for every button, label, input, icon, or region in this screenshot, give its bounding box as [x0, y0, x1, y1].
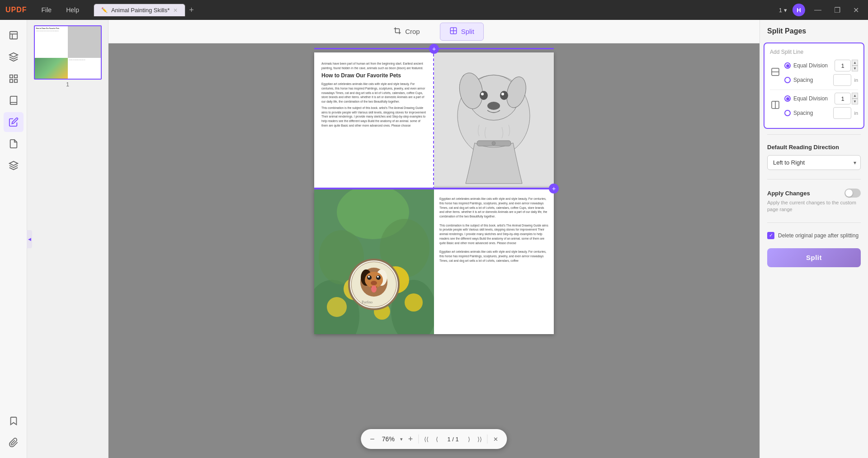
close-window-button[interactable]: ✕ — [849, 4, 863, 16]
svg-point-43 — [377, 276, 379, 278]
top-split-handle[interactable]: + — [429, 44, 439, 54]
equal-division-input-group-1: ▲ ▼ — [835, 60, 858, 71]
tab-area: ✏️ Animal Painting Skills* ✕ + — [94, 4, 194, 16]
sidebar-item-document[interactable] — [4, 25, 24, 45]
equal-division-label-2: Equal Division — [793, 95, 832, 102]
zoom-dropdown-arrow[interactable]: ▾ — [400, 436, 403, 442]
num-spin-up-1[interactable]: ▲ — [852, 60, 858, 66]
split-row-vertical: Equal Division ▲ ▼ Spacing — [770, 93, 858, 119]
crop-button[interactable]: Crop — [384, 23, 429, 40]
minimize-button[interactable]: — — [811, 4, 825, 16]
split-button[interactable]: Split — [440, 23, 484, 41]
svg-point-18 — [481, 93, 484, 95]
split-row-divider — [770, 90, 858, 90]
active-tab[interactable]: ✏️ Animal Painting Skills* ✕ — [94, 4, 185, 16]
sidebar-item-bookmark[interactable] — [4, 411, 24, 431]
sidebar-item-stamp[interactable] — [4, 47, 24, 67]
sidebar-collapse-button[interactable]: ◀ — [27, 230, 32, 248]
equal-division-radio-circle-1[interactable] — [784, 62, 791, 69]
page-container: + Animals have been part of human art fr… — [314, 52, 554, 449]
right-split-handle[interactable]: + — [549, 184, 559, 194]
new-tab-button[interactable]: + — [189, 5, 194, 15]
thumbnail-page-number: 1 — [34, 81, 102, 88]
page-bottom-right-text: Egyptian art celebrates animals like cat… — [439, 197, 548, 263]
add-split-line-label: Add Split Line — [770, 49, 858, 55]
delete-original-row[interactable]: ✓ Delete original page after splitting — [760, 228, 868, 243]
thumbnail-panel: How to Draw Our Favorite Pets Animals ha… — [27, 20, 108, 458]
sidebar-item-paperclip[interactable] — [4, 433, 24, 453]
spacing-label-2: Spacing — [793, 110, 830, 116]
help-nav[interactable]: Help — [62, 5, 83, 15]
sidebar-item-pages[interactable] — [4, 134, 24, 154]
equal-division-radio-2[interactable]: Equal Division ▲ ▼ — [784, 93, 858, 104]
spacing-radio-circle-1[interactable] — [784, 77, 791, 83]
svg-rect-0 — [9, 32, 17, 39]
document-scroll[interactable]: + Animals have been part of human art fr… — [108, 43, 760, 458]
section-separator-1 — [767, 134, 861, 135]
last-page-button[interactable]: ⟩⟩ — [476, 434, 484, 444]
vertical-radio-group: Equal Division ▲ ▼ Spacing — [784, 93, 858, 119]
spacing-unit-2: in — [854, 110, 858, 116]
sidebar-item-edit[interactable] — [4, 112, 24, 132]
user-avatar[interactable]: H — [793, 4, 805, 16]
direction-select[interactable]: Left to Right Right to Left — [767, 155, 861, 170]
horizontal-split-icon — [770, 67, 781, 78]
page-number-display: 1 / 1 — [443, 436, 462, 443]
equal-division-radio-circle-2[interactable] — [784, 95, 791, 102]
delete-original-label: Delete original page after splitting — [778, 232, 859, 239]
dog-sketch-svg — [434, 52, 554, 186]
page-intro-text: Animals have been part of human art from… — [321, 61, 427, 71]
horizontal-split-line[interactable]: + — [314, 188, 554, 189]
num-spin-down-2[interactable]: ▼ — [852, 99, 858, 104]
svg-point-42 — [368, 276, 370, 278]
split-row-horizontal: Equal Division ▲ ▼ Spacing — [770, 60, 858, 86]
vertical-split-line — [433, 54, 435, 189]
spacing-input-2[interactable] — [833, 107, 851, 119]
equal-division-input-2[interactable] — [835, 93, 851, 104]
zoom-in-button[interactable]: + — [406, 433, 415, 446]
maximize-button[interactable]: ❐ — [830, 4, 844, 16]
split-button-wrapper: Split — [760, 243, 868, 273]
apply-changes-row: Apply Changes — [767, 189, 861, 198]
num-spin-down-1[interactable]: ▼ — [852, 66, 858, 71]
svg-point-17 — [500, 91, 508, 100]
thumbnail-item-1[interactable]: How to Draw Our Favorite Pets Animals ha… — [34, 25, 102, 88]
apply-changes-toggle[interactable] — [844, 189, 861, 198]
sidebar-item-layout[interactable] — [4, 69, 24, 89]
equal-division-radio-1[interactable]: Equal Division ▲ ▼ — [784, 60, 858, 71]
user-count[interactable]: 1 ▾ — [779, 7, 787, 14]
tab-edit-icon: ✏️ — [101, 7, 108, 13]
section-separator-3 — [767, 222, 861, 223]
svg-point-16 — [480, 91, 488, 100]
topbar: UPDF File Help ✏️ Animal Painting Skills… — [0, 0, 868, 20]
tab-close-icon[interactable]: ✕ — [173, 7, 178, 14]
apply-changes-description: Apply the current changes to the custom … — [767, 199, 861, 213]
svg-rect-3 — [9, 75, 12, 78]
file-nav[interactable]: File — [38, 5, 56, 15]
spacing-radio-circle-2[interactable] — [784, 110, 791, 116]
equal-division-input-1[interactable] — [835, 60, 851, 71]
first-page-button[interactable]: ⟨⟨ — [422, 434, 430, 444]
page-left-content: Animals have been part of human art from… — [314, 52, 434, 188]
delete-original-checkbox[interactable]: ✓ — [767, 232, 774, 239]
zoom-level-display: 76% — [380, 435, 396, 443]
direction-section-label: Default Reading Direction — [767, 144, 861, 151]
left-sidebar: ◀ — [0, 20, 27, 458]
sidebar-item-layers[interactable] — [4, 156, 24, 175]
spacing-input-1[interactable] — [833, 74, 851, 86]
spacing-radio-2[interactable]: Spacing in — [784, 107, 858, 119]
close-nav-button[interactable]: ✕ — [491, 434, 500, 444]
split-action-button[interactable]: Split — [767, 248, 861, 267]
prev-page-button[interactable]: ⟨ — [434, 434, 440, 444]
document-area: Crop Split + — [108, 20, 760, 458]
next-page-button[interactable]: ⟩ — [466, 434, 472, 444]
right-panel-title: Split Pages — [760, 20, 868, 39]
num-spin-up-2[interactable]: ▲ — [852, 93, 858, 99]
thumbnail-image-1: How to Draw Our Favorite Pets Animals ha… — [34, 25, 102, 80]
document-toolbar: Crop Split — [108, 20, 760, 43]
sidebar-item-book[interactable] — [4, 90, 24, 110]
zoom-out-button[interactable]: − — [368, 433, 377, 446]
svg-point-31 — [405, 293, 423, 312]
spacing-radio-1[interactable]: Spacing in — [784, 74, 858, 86]
vertical-split-icon — [770, 100, 781, 111]
